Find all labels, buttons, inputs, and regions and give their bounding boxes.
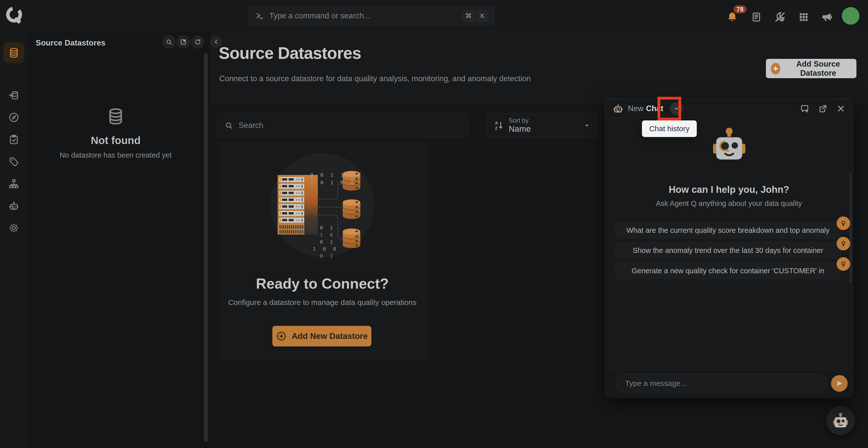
sort-value: Name [509, 124, 583, 134]
sort-dropdown[interactable]: A Z Sort by Name [487, 113, 597, 138]
chat-header: New Chat [605, 99, 852, 119]
robot-icon [832, 413, 850, 429]
ready-to-connect-subtitle: Configure a datastore to manage data qua… [218, 298, 427, 307]
new-chat-icon[interactable] [800, 104, 809, 114]
sidebar-item-checks[interactable] [3, 129, 24, 150]
search-icon [224, 121, 233, 130]
chat-message-input[interactable] [625, 379, 818, 388]
close-icon[interactable] [836, 104, 846, 114]
chevron-down-icon [673, 105, 680, 112]
send-icon [835, 379, 844, 388]
add-source-datastore-button[interactable]: + Add Source Datastore [766, 59, 857, 78]
agent-q-fab[interactable] [826, 406, 855, 435]
panel-search-button[interactable] [162, 35, 176, 49]
panel-empty-state: Not found No datastore has been created … [28, 107, 204, 159]
sidebar-item-enrichment-datastores[interactable] [3, 85, 24, 106]
user-avatar[interactable] [842, 7, 860, 25]
send-message-button[interactable] [831, 375, 848, 392]
chevron-left-icon [213, 38, 219, 45]
sidebar-item-source-datastores[interactable] [3, 42, 24, 63]
chat-message-box[interactable] [616, 374, 827, 393]
panel-refresh-button[interactable] [191, 35, 205, 49]
panel-scrollbar[interactable] [204, 53, 208, 442]
binary-text: 1 0 [320, 232, 335, 238]
caret-down-icon [583, 122, 591, 129]
database-import-icon [8, 90, 19, 101]
chat-subtitle: Ask Agent Q anything about your data qua… [605, 199, 852, 207]
svg-text:Z: Z [495, 126, 498, 131]
sidebar-item-tags[interactable] [3, 151, 24, 172]
agent-q-avatar [709, 127, 749, 162]
agent-q-chat-panel: New Chat Chat history Ho [605, 99, 853, 398]
clipboard-check-icon [8, 134, 19, 145]
datastore-search-input[interactable] [239, 121, 461, 130]
empty-state-title: Not found [28, 134, 204, 147]
sitemap-icon [8, 178, 19, 189]
sidebar-item-agent-q[interactable] [3, 195, 24, 217]
chat-title: Chat [646, 104, 663, 113]
lightbulb-icon [837, 237, 850, 250]
robot-icon [612, 103, 624, 115]
sidebar-item-settings[interactable] [3, 218, 24, 238]
notification-count-badge: 78 [733, 4, 747, 14]
tag-icon [8, 156, 19, 167]
bookmark-panel-icon [180, 38, 187, 45]
compass-icon [8, 112, 19, 123]
add-new-datastore-button[interactable]: Add New Datastore [272, 326, 371, 346]
chat-greeting: How can I help you, John? [605, 184, 852, 195]
announcements-megaphone-icon[interactable] [821, 11, 833, 23]
chat-header-actions [800, 104, 846, 114]
shortcut-cmd-key: ⌘ [462, 10, 474, 21]
sidebar-rail [0, 31, 28, 448]
robot-icon [8, 200, 20, 212]
database-icon [8, 47, 20, 59]
search-icon [165, 38, 173, 45]
binary-text: 0 1 [320, 253, 335, 259]
lightbulb-icon [837, 257, 850, 271]
ready-to-connect-card: 0 0 1 1 0 1 0 1 0 0 0 1 1 0 0 1 1 0 0 0 … [218, 142, 427, 360]
shortcut-k-key: K [477, 10, 488, 21]
apps-grid-icon[interactable] [798, 11, 810, 23]
binary-text: 0 1 [320, 225, 335, 231]
datastore-search[interactable] [218, 113, 468, 138]
empty-state-subtitle: No datastore has been created yet [28, 151, 204, 159]
sidebar-item-explore[interactable] [3, 107, 24, 128]
chat-history-tooltip: Chat history [642, 121, 697, 137]
add-source-datastore-label: Add Source Datastore [785, 60, 851, 78]
add-new-datastore-label: Add New Datastore [292, 331, 368, 341]
page-subtitle: Connect to a source datastore for data q… [219, 74, 531, 83]
plus-circle-icon [276, 331, 287, 342]
command-palette[interactable]: ⌘ K [248, 6, 494, 25]
terminal-prompt-icon [255, 11, 264, 20]
chat-title-prefix: New [628, 104, 644, 113]
binary-text: 0 0 1 1 0 [310, 172, 355, 178]
suggestion-chip[interactable]: Generate a new quality check for contain… [615, 262, 841, 279]
collapse-panel-button[interactable] [210, 36, 222, 48]
sort-texts: Sort by Name [509, 117, 583, 133]
page-title: Source Datastores [219, 43, 361, 63]
qualytics-logo-icon[interactable] [5, 6, 23, 25]
sort-az-icon: A Z [493, 120, 504, 131]
panel-title: Source Datastores [36, 38, 105, 47]
datastores-panel: Source Datastores Not found No datastore… [28, 31, 204, 448]
top-bar: ⌘ K 78 [0, 0, 868, 31]
sidebar-item-lineage[interactable] [3, 173, 24, 194]
suggestion-chip[interactable]: Show the anomaly trend over the last 30 … [615, 242, 841, 259]
chat-history-dropdown-button[interactable] [670, 102, 683, 115]
panel-bookmark-button[interactable] [177, 35, 190, 49]
sort-label: Sort by [509, 117, 583, 124]
database-icon [106, 107, 125, 126]
chat-footer [605, 370, 852, 398]
lightbulb-icon [837, 217, 850, 230]
theme-toggle-icon[interactable] [774, 11, 786, 23]
chat-scrollbar[interactable] [850, 174, 851, 282]
open-in-new-window-icon[interactable] [818, 104, 828, 114]
binary-text: 1 0 0 [313, 246, 338, 252]
svg-text:A: A [495, 121, 498, 125]
suggestion-chip[interactable]: What are the current quality score break… [615, 222, 841, 238]
command-search-input[interactable] [269, 11, 460, 20]
binary-text: 1 0 1 0 0 [310, 180, 355, 186]
binary-text: 0 1 [320, 239, 335, 245]
release-notes-icon[interactable] [750, 11, 763, 23]
app-root: ⌘ K 78 [0, 0, 868, 448]
